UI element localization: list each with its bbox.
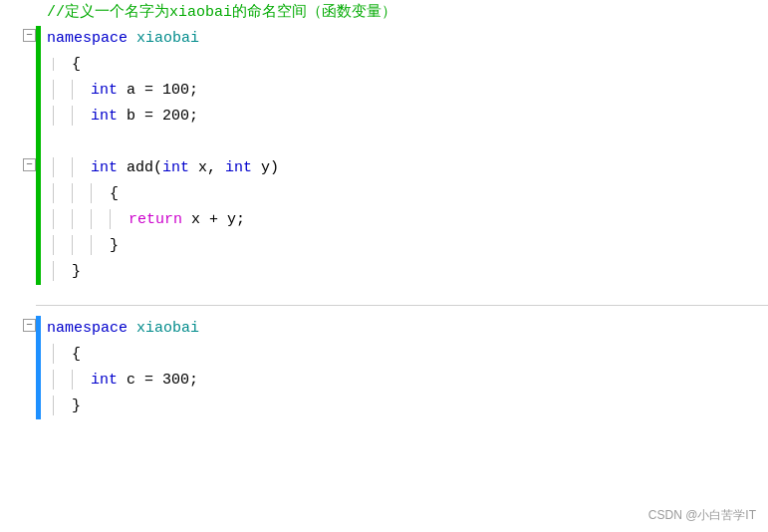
var-b: b = 200;: [118, 108, 198, 125]
spacer-2: [0, 306, 768, 316]
brace-open-text-1: {: [41, 52, 768, 78]
func-brace-open-char: {: [110, 185, 119, 202]
line-int-a: int a = 100;: [0, 78, 768, 104]
keyword-return: return: [128, 211, 182, 228]
gutter-ns2braceopen: [0, 342, 36, 368]
return-type-int: int: [91, 159, 118, 176]
gutter-namespace1: −: [0, 26, 36, 52]
gutter-comment: [0, 0, 36, 26]
func-name-add: add(: [118, 159, 162, 176]
code-area: //定义一个名字为xiaobai的命名空间（函数变量） − namespace …: [0, 0, 768, 532]
line-return: return x + y;: [0, 207, 768, 233]
param-type-int-y: int: [225, 159, 252, 176]
fold-button-3[interactable]: −: [23, 319, 36, 332]
empty-text-1: [41, 130, 768, 155]
gutter-intc: [0, 368, 36, 394]
gutter-addfunc: −: [0, 155, 36, 181]
gutter-funcbrace: [0, 181, 36, 207]
type-int-a: int: [91, 82, 118, 99]
code-text-addfunc: int add(int x, int y): [41, 155, 768, 181]
return-expr: x + y;: [182, 211, 245, 228]
open-brace-line-1: {: [0, 52, 768, 78]
namespace-text-2: namespace xiaobai: [41, 316, 768, 342]
brace-open-1: {: [72, 56, 81, 73]
namespace-name-2: xiaobai: [128, 320, 199, 337]
namespace-brace-close-1: }: [0, 259, 768, 285]
gutter-intb: [0, 104, 36, 130]
ns2-brace-close: }: [0, 394, 768, 419]
keyword-namespace-2: namespace: [47, 320, 128, 337]
ns2-brace-open-text: {: [41, 342, 768, 368]
func-brace-open-text: {: [41, 181, 768, 207]
param-type-int-x: int: [162, 159, 189, 176]
fold-button-1[interactable]: −: [23, 29, 36, 42]
fold-button-2[interactable]: −: [23, 158, 36, 171]
comment-line: //定义一个名字为xiaobai的命名空间（函数变量）: [0, 0, 768, 26]
code-text-return: return x + y;: [41, 207, 768, 233]
type-int-c: int: [91, 372, 118, 389]
gutter-empty1: [0, 130, 36, 155]
ns-close-text-1: }: [41, 259, 768, 285]
gutter-namespace2: −: [0, 316, 36, 342]
namespace-line-2: − namespace xiaobai: [0, 316, 768, 342]
code-text-inta: int a = 100;: [41, 78, 768, 104]
watermark: CSDN @小白苦学IT: [648, 507, 756, 524]
ns-close-brace-1: }: [72, 263, 81, 280]
gutter-funcbraceclose: [0, 233, 36, 259]
gutter-ns2braceclose: [0, 394, 36, 419]
func-brace-open: {: [0, 181, 768, 207]
namespace-line-1: − namespace xiaobai: [0, 26, 768, 52]
func-brace-close-text: }: [41, 233, 768, 259]
gutter-return: [0, 207, 36, 233]
empty-line-1: [0, 130, 768, 155]
var-a: a = 100;: [118, 82, 198, 99]
func-brace-close-char: }: [110, 237, 119, 254]
param-y: y): [252, 159, 279, 176]
keyword-namespace-1: namespace: [47, 30, 128, 47]
ns2-brace-close-text: }: [41, 394, 768, 419]
namespace-text-1: namespace xiaobai: [41, 26, 768, 52]
line-int-b: int b = 200;: [0, 104, 768, 130]
line-int-c: int c = 300;: [0, 368, 768, 394]
gutter-nsclose1: [0, 259, 36, 285]
namespace-name-1: xiaobai: [128, 30, 199, 47]
code-comment-text: //定义一个名字为xiaobai的命名空间（函数变量）: [41, 0, 768, 26]
type-int-b: int: [91, 108, 118, 125]
gutter-brace1: [0, 52, 36, 78]
block-separator: [0, 285, 768, 305]
ns2-brace-open: {: [0, 342, 768, 368]
code-text-intc: int c = 300;: [41, 368, 768, 394]
func-brace-close: }: [0, 233, 768, 259]
ns2-brace-close-char: }: [72, 398, 81, 414]
ns2-brace-open-char: {: [72, 346, 81, 363]
param-x: x,: [189, 159, 225, 176]
code-text-intb: int b = 200;: [41, 104, 768, 130]
line-add-func: − int add(int x, int y): [0, 155, 768, 181]
comment-text: //定义一个名字为xiaobai的命名空间（函数变量）: [47, 4, 396, 21]
gutter-inta: [0, 78, 36, 104]
var-c: c = 300;: [118, 372, 198, 389]
editor-container: //定义一个名字为xiaobai的命名空间（函数变量） − namespace …: [0, 0, 768, 532]
